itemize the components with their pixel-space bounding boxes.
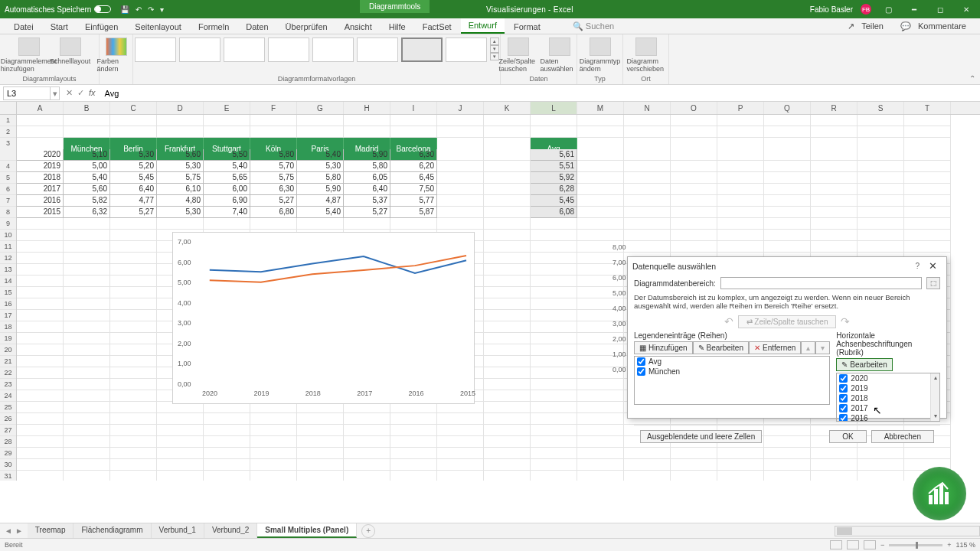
cell[interactable] bbox=[110, 471, 157, 481]
tab-hilfe[interactable]: Hilfe bbox=[381, 20, 413, 34]
cell[interactable] bbox=[764, 115, 811, 126]
cell[interactable] bbox=[64, 230, 110, 241]
tab-suchen[interactable]: 🔍 Suchen bbox=[565, 19, 622, 34]
cell[interactable] bbox=[17, 459, 64, 471]
tab-daten[interactable]: Daten bbox=[238, 20, 276, 34]
cell[interactable] bbox=[531, 276, 577, 287]
cell[interactable]: 6,20 bbox=[390, 161, 437, 172]
cell[interactable] bbox=[717, 230, 764, 241]
row-header-17[interactable]: 17 bbox=[0, 310, 16, 321]
cell[interactable] bbox=[17, 321, 64, 333]
cell[interactable] bbox=[437, 126, 484, 138]
cell[interactable] bbox=[17, 287, 64, 298]
cell[interactable] bbox=[811, 126, 858, 138]
cell[interactable] bbox=[858, 184, 904, 195]
row-header-6[interactable]: 6 bbox=[0, 184, 16, 195]
cell[interactable] bbox=[297, 471, 344, 481]
cell[interactable] bbox=[671, 126, 717, 138]
sheet-tab[interactable]: Flächendiagramm bbox=[74, 523, 151, 538]
cell[interactable] bbox=[17, 264, 64, 276]
cell[interactable] bbox=[531, 298, 577, 310]
cell[interactable] bbox=[484, 402, 531, 413]
cell[interactable] bbox=[250, 425, 297, 436]
tab-ueberpruefen[interactable]: Überprüfen bbox=[278, 20, 335, 34]
cell[interactable] bbox=[157, 459, 204, 471]
select-all[interactable] bbox=[0, 102, 17, 114]
series-checkbox[interactable] bbox=[637, 357, 645, 366]
cell[interactable]: 6,00 bbox=[204, 184, 250, 195]
sheet-tab[interactable]: Verbund_2 bbox=[204, 523, 257, 538]
cell[interactable] bbox=[110, 425, 157, 436]
cell[interactable] bbox=[17, 344, 64, 356]
cell[interactable] bbox=[110, 115, 157, 126]
cell[interactable] bbox=[904, 241, 951, 253]
cell[interactable]: 5,27 bbox=[110, 207, 157, 218]
cell[interactable] bbox=[437, 184, 484, 195]
cell[interactable] bbox=[64, 436, 110, 448]
cell[interactable] bbox=[484, 287, 531, 298]
undo-icon[interactable]: ↶ bbox=[136, 5, 142, 14]
cell[interactable] bbox=[717, 471, 764, 481]
cell[interactable] bbox=[531, 287, 577, 298]
col-header-J[interactable]: J bbox=[437, 102, 484, 114]
axis-checkbox[interactable] bbox=[839, 394, 848, 403]
col-header-C[interactable]: C bbox=[110, 102, 157, 114]
cell[interactable] bbox=[904, 230, 951, 241]
cell[interactable] bbox=[344, 413, 390, 425]
cell[interactable]: 6,40 bbox=[344, 184, 390, 195]
cell[interactable]: 5,90 bbox=[344, 149, 390, 161]
cell[interactable] bbox=[811, 459, 858, 471]
cell[interactable] bbox=[671, 241, 717, 253]
cell[interactable] bbox=[484, 264, 531, 276]
add-chart-element-button[interactable]: Diagrammelement hinzufügen bbox=[10, 37, 48, 73]
cell[interactable] bbox=[250, 436, 297, 448]
cell[interactable] bbox=[110, 253, 157, 264]
row-header-18[interactable]: 18 bbox=[0, 321, 16, 333]
add-series-button[interactable]: ▦ Hinzufügen bbox=[634, 341, 693, 354]
series-listbox[interactable]: Avg München bbox=[634, 356, 830, 405]
cell[interactable]: 5,65 bbox=[204, 172, 250, 184]
cell[interactable] bbox=[624, 459, 671, 471]
cell[interactable]: 5,75 bbox=[250, 172, 297, 184]
cell[interactable] bbox=[17, 436, 64, 448]
cell[interactable] bbox=[484, 321, 531, 333]
row-header-4[interactable]: 4 bbox=[0, 161, 16, 172]
col-header-O[interactable]: O bbox=[671, 102, 717, 114]
dialog-help-icon[interactable]: ? bbox=[910, 262, 924, 270]
cell[interactable] bbox=[764, 207, 811, 218]
cell[interactable] bbox=[764, 218, 811, 230]
cell[interactable] bbox=[110, 459, 157, 471]
row-header-10[interactable]: 10 bbox=[0, 230, 16, 241]
cell[interactable] bbox=[110, 402, 157, 413]
cell[interactable] bbox=[484, 333, 531, 344]
cell[interactable] bbox=[437, 436, 484, 448]
cell[interactable]: 5,60 bbox=[64, 184, 110, 195]
cell[interactable] bbox=[390, 218, 437, 230]
cell[interactable] bbox=[157, 126, 204, 138]
row-header-26[interactable]: 26 bbox=[0, 413, 16, 425]
remove-series-button[interactable]: ✕ Entfernen bbox=[749, 341, 801, 354]
cell[interactable] bbox=[484, 471, 531, 481]
cell[interactable] bbox=[764, 459, 811, 471]
cell[interactable]: 5,77 bbox=[390, 195, 437, 207]
cell[interactable] bbox=[17, 425, 64, 436]
cell[interactable] bbox=[764, 195, 811, 207]
row-header-28[interactable]: 28 bbox=[0, 436, 16, 448]
cell[interactable] bbox=[297, 126, 344, 138]
cell[interactable] bbox=[484, 276, 531, 287]
col-header-G[interactable]: G bbox=[297, 102, 344, 114]
view-normal-icon[interactable] bbox=[830, 540, 842, 549]
cell[interactable] bbox=[624, 126, 671, 138]
cell[interactable] bbox=[17, 402, 64, 413]
axis-checkbox[interactable] bbox=[839, 384, 848, 393]
cell[interactable] bbox=[858, 195, 904, 207]
view-page-layout-icon[interactable] bbox=[847, 540, 859, 549]
cell[interactable] bbox=[64, 344, 110, 356]
chart-style-4[interactable] bbox=[268, 37, 309, 62]
cell[interactable] bbox=[110, 264, 157, 276]
cell[interactable] bbox=[577, 218, 624, 230]
cell[interactable] bbox=[531, 459, 577, 471]
cell[interactable] bbox=[344, 471, 390, 481]
cell[interactable] bbox=[904, 161, 951, 172]
cell[interactable] bbox=[484, 459, 531, 471]
